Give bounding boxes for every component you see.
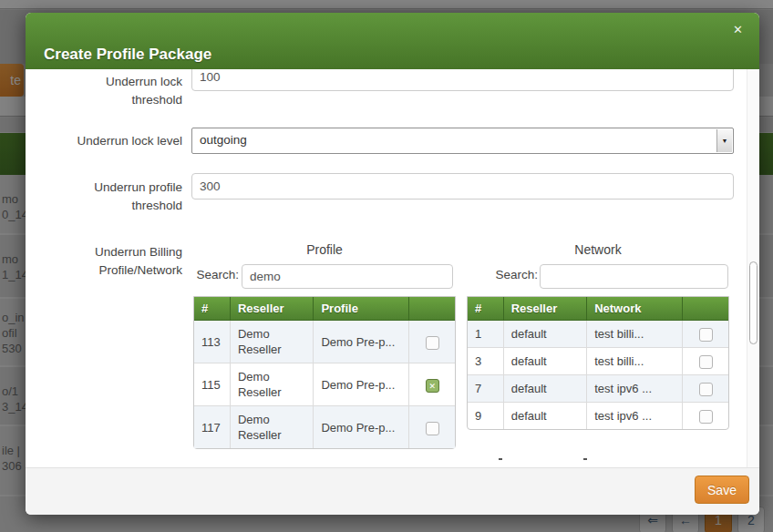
- column-header-reseller: Reseller: [231, 297, 314, 321]
- network-row-checkbox[interactable]: [699, 383, 713, 396]
- network-search-input[interactable]: [540, 264, 728, 289]
- modal-title: Create Profile Package: [44, 46, 211, 64]
- network-row-checkbox[interactable]: [699, 328, 713, 342]
- underrun-lock-level-select[interactable]: outgoing ▼: [191, 128, 734, 154]
- modal-header: Create Profile Package ✕: [26, 13, 759, 69]
- table-row: 115 Demo Reseller Demo Pre-p...: [194, 363, 455, 406]
- modal-body: Underrun lock threshold Underrun lock le…: [26, 69, 759, 467]
- network-picker-heading: Network: [467, 242, 729, 257]
- profile-row-checkbox[interactable]: [426, 422, 439, 435]
- underrun-lock-threshold-input[interactable]: [191, 69, 734, 91]
- profile-row-checkbox[interactable]: [426, 379, 439, 393]
- column-header-reseller: Reseller: [504, 297, 587, 321]
- table-row: 113 Demo Reseller Demo Pre-p...: [194, 321, 455, 363]
- network-row-checkbox[interactable]: [699, 410, 713, 424]
- profile-search-input[interactable]: [242, 264, 453, 289]
- profile-search-label: Search:: [184, 268, 239, 281]
- table-header-row: # Reseller Network: [468, 297, 728, 321]
- underrun-profile-threshold-label: Underrun profile threshold: [26, 179, 182, 215]
- modal-scrollbar-thumb[interactable]: [749, 261, 758, 344]
- column-header-id: #: [194, 297, 231, 321]
- column-header-network: Network: [587, 297, 683, 321]
- table-row: 3 default test billi...: [468, 348, 728, 375]
- underrun-billing-section-label: Underrun Billing Profile/Network: [26, 243, 182, 280]
- profile-row-checkbox[interactable]: [426, 336, 439, 350]
- create-profile-package-modal: Create Profile Package ✕ Underrun lock t…: [26, 13, 759, 515]
- save-button[interactable]: Save: [695, 476, 749, 504]
- column-header-profile: Profile: [314, 297, 409, 321]
- table-row: 9 default test ipv6 ...: [468, 403, 728, 429]
- modal-footer: Save: [26, 467, 759, 515]
- network-row-checkbox[interactable]: [699, 355, 713, 369]
- profile-picker-heading: Profile: [193, 242, 456, 257]
- table-header-row: # Reseller Profile: [194, 297, 455, 321]
- column-header-check: [409, 297, 455, 321]
- modal-scrollbar-track[interactable]: [747, 69, 759, 467]
- underrun-profile-threshold-input[interactable]: [191, 173, 734, 200]
- profile-picker-table: # Reseller Profile 113 Demo Reseller Dem…: [193, 296, 456, 449]
- selected-value: outgoing: [200, 133, 247, 147]
- cutoff-pagination-mark: [583, 458, 587, 460]
- cutoff-pagination-mark: [499, 458, 502, 460]
- table-row: 1 default test billi...: [468, 321, 728, 348]
- close-icon[interactable]: ✕: [733, 24, 743, 36]
- column-header-check: [683, 297, 728, 321]
- network-search-label: Search:: [483, 268, 538, 281]
- underrun-lock-level-label: Underrun lock level: [26, 132, 182, 150]
- table-row: 7 default test ipv6 ...: [468, 375, 728, 403]
- column-header-id: #: [468, 297, 504, 321]
- chevron-down-icon: ▼: [716, 129, 732, 152]
- underrun-lock-threshold-label: Underrun lock threshold: [26, 73, 182, 109]
- table-row: 117 Demo Reseller Demo Pre-p...: [194, 406, 455, 448]
- network-picker-table: # Reseller Network 1 default test billi.…: [467, 296, 729, 430]
